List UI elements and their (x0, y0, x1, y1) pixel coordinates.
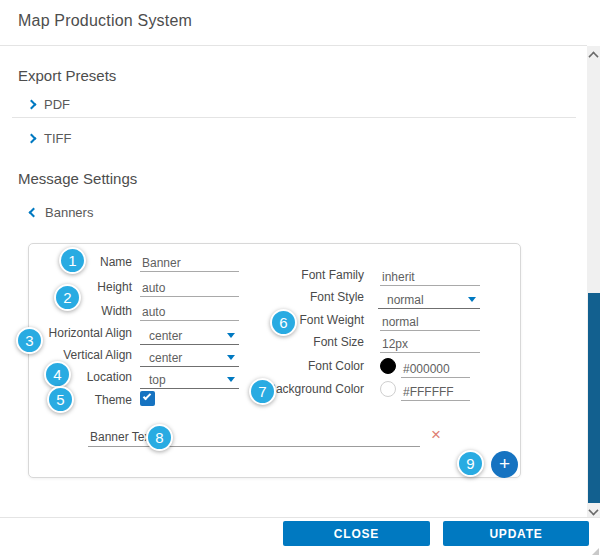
font-color-input[interactable]: #000000 (401, 360, 470, 378)
banner-text-input[interactable] (88, 429, 420, 447)
background-color-input[interactable]: #FFFFFF (401, 383, 470, 401)
font-family-value: inherit (382, 270, 415, 284)
preset-divider (12, 117, 576, 118)
height-input[interactable]: auto (140, 279, 239, 297)
font-style-select[interactable]: normal (378, 291, 480, 309)
font-weight-value: normal (382, 315, 419, 329)
preset-item-pdf[interactable]: PDF (28, 95, 70, 113)
check-icon (143, 392, 151, 400)
horizontal-align-select[interactable]: center (140, 327, 239, 345)
map-production-dialog: Map Production System Export Presets PDF… (0, 0, 600, 557)
width-value: auto (142, 305, 165, 319)
preset-label: PDF (44, 97, 70, 112)
font-size-input[interactable]: 12px (380, 335, 480, 353)
vertical-align-value: center (149, 351, 182, 365)
back-label: Banners (45, 205, 93, 220)
preset-label: TIFF (44, 131, 71, 146)
background-color-value: #FFFFFF (403, 385, 454, 399)
back-to-banners[interactable]: Banners (30, 204, 93, 220)
background-color-swatch[interactable] (380, 381, 396, 397)
chevron-right-icon (27, 99, 37, 109)
font-size-label: Font Size (230, 335, 364, 349)
scrollbar-thumb[interactable] (588, 293, 600, 503)
close-button[interactable]: CLOSE (283, 521, 430, 546)
font-color-value: #000000 (403, 362, 450, 376)
name-value: Banner (142, 256, 181, 270)
annotation-badge-2: 2 (54, 284, 81, 311)
message-settings-heading: Message Settings (18, 170, 137, 187)
height-value: auto (142, 281, 165, 295)
width-input[interactable]: auto (140, 303, 239, 321)
annotation-badge-8: 8 (146, 424, 173, 451)
dialog-title: Map Production System (18, 12, 192, 30)
font-color-label: Font Color (230, 359, 364, 373)
update-button[interactable]: UPDATE (443, 521, 589, 546)
height-label: Height (30, 280, 132, 294)
annotation-badge-5: 5 (47, 386, 74, 413)
font-color-swatch[interactable] (380, 358, 396, 374)
preset-item-tiff[interactable]: TIFF (28, 129, 71, 147)
header-divider (0, 45, 587, 46)
font-weight-input[interactable]: normal (380, 313, 480, 331)
resize-handle-icon[interactable] (592, 548, 599, 555)
theme-label: Theme (30, 393, 132, 407)
annotation-badge-9: 9 (457, 450, 484, 477)
annotation-badge-1: 1 (59, 247, 86, 274)
annotation-badge-7: 7 (249, 378, 276, 405)
theme-checkbox[interactable] (140, 391, 155, 406)
vertical-align-label: Vertical Align (30, 348, 132, 362)
remove-banner-icon[interactable]: × (427, 426, 445, 444)
caret-down-icon (468, 297, 476, 302)
chevron-left-icon (29, 207, 39, 217)
annotation-badge-4: 4 (44, 361, 71, 388)
name-input[interactable]: Banner (140, 254, 239, 272)
font-family-input[interactable]: inherit (380, 268, 480, 286)
footer-divider (0, 517, 600, 518)
location-select[interactable]: top (140, 371, 239, 389)
annotation-badge-3: 3 (16, 327, 43, 354)
add-banner-button[interactable]: + (491, 451, 518, 478)
export-presets-heading: Export Presets (18, 67, 116, 84)
font-style-label: Font Style (230, 290, 364, 304)
horizontal-align-value: center (149, 329, 182, 343)
horizontal-align-label: Horizontal Align (30, 326, 132, 340)
font-family-label: Font Family (230, 268, 364, 282)
annotation-badge-6: 6 (270, 309, 297, 336)
width-label: Width (30, 304, 132, 318)
font-weight-label: Font Weight (230, 313, 364, 327)
font-size-value: 12px (382, 337, 408, 351)
font-style-value: normal (387, 293, 424, 307)
vertical-align-select[interactable]: center (140, 349, 239, 367)
location-value: top (149, 373, 166, 387)
chevron-right-icon (27, 133, 37, 143)
